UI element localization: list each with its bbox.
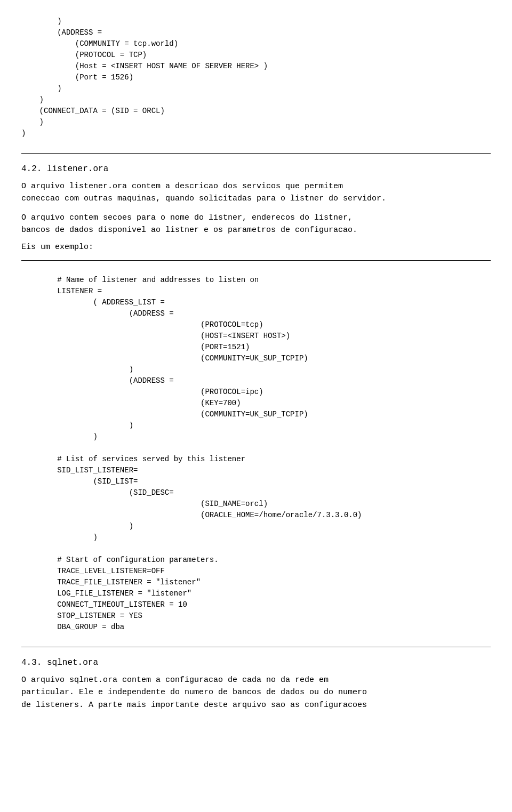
- divider-before-code: [21, 260, 491, 261]
- divider-top: [21, 153, 491, 154]
- section-4-2-para1: O arquivo listener.ora contem a descrica…: [21, 180, 491, 205]
- top-code-block: ) (ADDRESS = (COMMUNITY = tcp.world) (PR…: [21, 11, 491, 144]
- divider-after-code: [21, 647, 491, 647]
- section-4-3-para1: O arquivo sqlnet.ora contem a configurac…: [21, 674, 491, 711]
- section-4-3-heading: 4.3. sqlnet.ora: [21, 658, 491, 668]
- example-label: Eis um exemplo:: [21, 243, 491, 252]
- listener-ora-code-block: # Name of listener and addresses to list…: [21, 269, 491, 638]
- section-4-2-heading: 4.2. listener.ora: [21, 164, 491, 174]
- section-4-3: 4.3. sqlnet.ora O arquivo sqlnet.ora con…: [21, 658, 491, 711]
- section-4-2: 4.2. listener.ora O arquivo listener.ora…: [21, 164, 491, 638]
- section-4-2-para2: O arquivo contem secoes para o nome do l…: [21, 212, 491, 237]
